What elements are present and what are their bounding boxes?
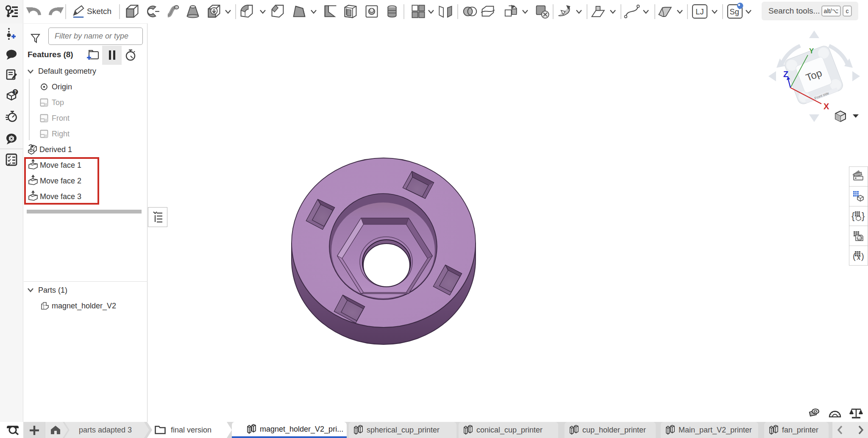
svg-text:Z: Z bbox=[783, 69, 788, 79]
svg-text:): ) bbox=[861, 252, 864, 261]
svg-text:}: } bbox=[862, 211, 865, 221]
svg-text:Y: Y bbox=[809, 47, 814, 55]
svg-text:{: { bbox=[851, 211, 854, 221]
svg-text:x: x bbox=[857, 253, 861, 261]
svg-text:X: X bbox=[823, 102, 829, 111]
